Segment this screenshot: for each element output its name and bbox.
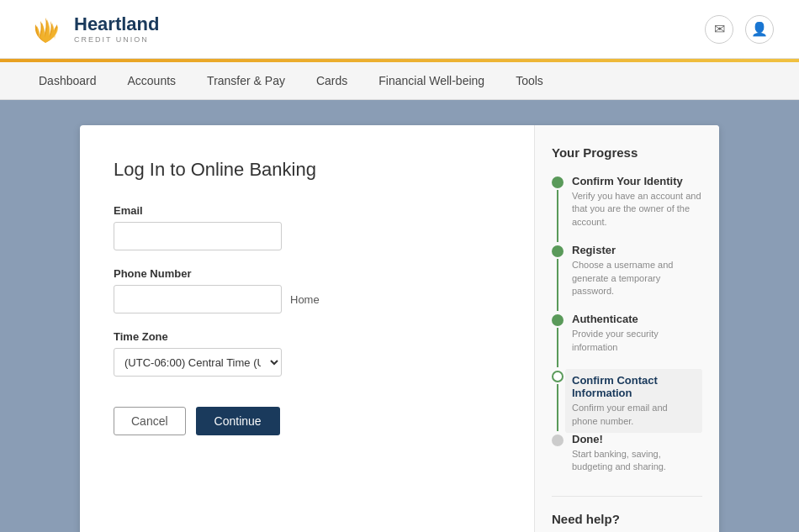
step2-desc: Choose a username and generate a tempora… xyxy=(572,259,702,298)
form-section: Log In to Online Banking Email Phone Num… xyxy=(80,125,534,532)
form-title: Log In to Online Banking xyxy=(114,159,500,181)
step-confirm-identity: Confirm Your Identity Verify you have an… xyxy=(552,175,702,244)
help-section: Need help? ✉ Contact Us 📍 Locations xyxy=(552,496,702,532)
phone-input[interactable] xyxy=(114,285,282,313)
timezone-select[interactable]: Eastern Time (UTC-05:00) (UTC-06:00) Cen… xyxy=(114,348,282,377)
step4-indicator xyxy=(552,369,564,433)
heartland-logo-icon xyxy=(25,13,66,46)
email-label: Email xyxy=(114,204,500,217)
progress-section: Your Progress Confirm Your Identity Veri… xyxy=(534,125,719,532)
header: Heartland CREDIT UNION ✉ 👤 xyxy=(0,0,799,59)
step5-desc: Start banking, saving, budgeting and sha… xyxy=(572,448,702,474)
nav-item-cards[interactable]: Cards xyxy=(303,66,361,96)
nav-item-accounts[interactable]: Accounts xyxy=(114,66,190,96)
step2-line xyxy=(557,259,558,311)
nav-item-financial-wellbeing[interactable]: Financial Well-being xyxy=(365,66,498,96)
step-register: Register Choose a username and generate … xyxy=(552,244,702,313)
logo-name: Heartland xyxy=(74,14,159,34)
step5-content: Done! Start banking, saving, budgeting a… xyxy=(572,433,702,489)
timezone-group: Time Zone Eastern Time (UTC-05:00) (UTC-… xyxy=(114,330,500,377)
step1-line xyxy=(557,190,558,242)
step4-name: Confirm Contact Information xyxy=(572,374,696,399)
phone-label: Phone Number xyxy=(114,267,500,280)
step2-name: Register xyxy=(572,244,702,256)
main-content: Log In to Online Banking Email Phone Num… xyxy=(0,100,799,532)
logo-sub: CREDIT UNION xyxy=(74,35,159,44)
step5-indicator xyxy=(552,433,564,489)
logo-area: Heartland CREDIT UNION xyxy=(25,13,159,46)
step3-line xyxy=(557,328,558,367)
mail-icon: ✉ xyxy=(714,21,725,37)
step1-name: Confirm Your Identity xyxy=(572,175,702,187)
mail-button[interactable]: ✉ xyxy=(705,15,733,44)
step2-content: Register Choose a username and generate … xyxy=(572,244,702,313)
step1-dot xyxy=(552,176,564,188)
step5-name: Done! xyxy=(572,433,702,445)
step-authenticate: Authenticate Provide your security infor… xyxy=(552,313,702,369)
user-icon: 👤 xyxy=(751,21,768,37)
nav-item-dashboard[interactable]: Dashboard xyxy=(25,66,110,96)
nav-item-tools[interactable]: Tools xyxy=(502,66,557,96)
continue-button[interactable]: Continue xyxy=(196,407,280,435)
step4-line xyxy=(557,384,558,431)
step-confirm-contact: Confirm Contact Information Confirm your… xyxy=(552,369,702,433)
step1-indicator xyxy=(552,175,564,244)
logo-text: Heartland CREDIT UNION xyxy=(74,14,159,43)
step4-dot xyxy=(552,371,564,382)
step2-dot xyxy=(552,245,564,257)
step2-indicator xyxy=(552,244,564,313)
step3-name: Authenticate xyxy=(572,313,702,325)
email-input[interactable] xyxy=(114,222,282,250)
help-title: Need help? xyxy=(552,512,702,526)
step3-indicator xyxy=(552,313,564,369)
phone-group: Phone Number Home xyxy=(114,267,500,313)
step5-dot xyxy=(552,435,564,446)
progress-steps: Confirm Your Identity Verify you have an… xyxy=(552,175,702,489)
step4-content: Confirm Contact Information Confirm your… xyxy=(565,369,702,433)
header-icons: ✉ 👤 xyxy=(705,15,774,44)
progress-title: Your Progress xyxy=(552,145,702,160)
step1-content: Confirm Your Identity Verify you have an… xyxy=(572,175,702,244)
nav-item-transfer-pay[interactable]: Transfer & Pay xyxy=(193,66,299,96)
cancel-button[interactable]: Cancel xyxy=(114,407,186,435)
step3-content: Authenticate Provide your security infor… xyxy=(572,313,702,369)
form-actions: Cancel Continue xyxy=(114,407,500,435)
step3-desc: Provide your security information xyxy=(572,328,702,354)
email-group: Email xyxy=(114,204,500,250)
step1-desc: Verify you have an account and that you … xyxy=(572,190,702,229)
step4-desc: Confirm your email and phone number. xyxy=(572,402,696,428)
step3-dot xyxy=(552,314,564,326)
user-button[interactable]: 👤 xyxy=(745,15,774,44)
timezone-label: Time Zone xyxy=(114,330,500,343)
phone-row: Home xyxy=(114,285,500,313)
card-container: Log In to Online Banking Email Phone Num… xyxy=(80,125,719,532)
main-nav: Dashboard Accounts Transfer & Pay Cards … xyxy=(0,62,799,100)
phone-type-label: Home xyxy=(290,293,320,306)
step-done: Done! Start banking, saving, budgeting a… xyxy=(552,433,702,489)
